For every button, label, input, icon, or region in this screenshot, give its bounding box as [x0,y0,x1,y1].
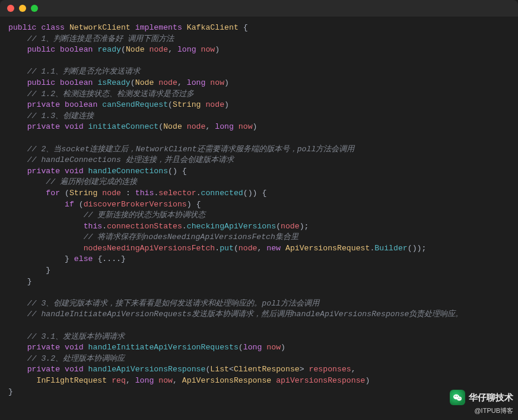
wechat-icon [450,390,465,405]
param-type: Node [135,78,154,87]
comment: // 遍历刚创建完成的连接 [46,177,137,186]
param-type: Node [163,122,182,131]
comment: // 3.1、发送版本协调请求 [27,332,125,341]
param-type: InFlightRequest [36,376,107,385]
kw-modifier: public [27,45,55,54]
kw-else: else [74,254,93,263]
kw-class: class [41,23,65,32]
method-name: handleConnections [88,167,169,176]
param-name: node [187,122,206,131]
kw-modifier: private [27,167,60,176]
comment: // 1.2、检测连接状态、检测发送请求是否过多 [27,90,194,98]
comment: // 3.2、处理版本协调响应 [27,354,125,363]
class-ref: ApiVersionsRequest [285,244,370,253]
method-call: connected [201,189,243,198]
param-name: responses [309,365,351,374]
comment: // 3、创建完版本请求，接下来看看是如何发送请求和处理响应的。poll方法会调… [27,299,319,308]
prop: selector [158,189,196,198]
svg-point-1 [457,397,462,401]
kw-this: this [84,222,103,231]
kw-ret: void [65,122,84,131]
method-call: put [220,244,234,253]
comment: // 更新连接的状态为版本协调状态 [84,211,206,219]
arg: node [239,244,258,253]
kw-ret: void [65,167,84,176]
kw-modifier: private [27,343,60,352]
comment: // 1.1、判断是否允许发送请求 [27,67,140,76]
kw-for: for [46,189,60,198]
param-name: now [210,78,224,87]
close-icon[interactable] [7,5,14,12]
kw-ret: void [65,365,84,374]
svg-point-5 [460,398,460,399]
param-name: now [201,45,215,54]
brace: { [243,23,248,32]
var-type: String [69,189,97,198]
kw-modifier: private [27,365,60,374]
kw-modifier: private [27,122,60,131]
code-block: public class NetworkClient implements Ka… [0,17,518,403]
param-name: node [158,78,177,87]
method-name: handleInitiateApiVersionRequests [88,343,239,352]
kw-modifier: public [27,78,55,87]
comment: // 将请求保存到nodesNeedingApiVersionsFetch集合里 [84,233,298,241]
minimize-icon[interactable] [19,5,26,12]
comment: // 1、判断连接是否准备好 调用下面方法 [27,34,174,43]
param-name: now [239,122,253,131]
watermark: 华仔聊技术 @ITPUB博客 [450,390,513,416]
prop: connectionStates [107,222,182,231]
comment: // handleConnections 处理连接，并且会创建版本请求 [27,155,234,164]
window-title-bar [0,0,518,17]
method-name: canSendRequest [102,100,168,109]
comment: // 1.3、创建连接 [27,112,94,120]
comment: // 2、当socket连接建立后，NetworkClient还需要请求服务端的… [27,145,355,154]
param-name: req [112,376,126,385]
kw-if: if [65,200,74,209]
param-name: node [149,45,168,54]
kw-ret: void [65,343,84,352]
kw-this: this [135,189,154,198]
method-name: isReady [97,78,130,87]
param-name: now [266,343,281,352]
watermark-text: 华仔聊技术 [469,392,513,403]
param-type: String [173,100,201,109]
var-name: node [102,189,121,198]
class-name: NetworkClient [69,23,131,32]
kw-ret: boolean [60,78,93,87]
param-name: node [205,100,224,109]
obj: nodesNeedingApiVersionsFetch [84,244,215,253]
param-type: long [215,122,234,131]
var: discoverBrokerVersions [84,200,187,209]
method-name: ready [97,45,121,54]
method-name: handleApiVersionsResponse [88,365,206,374]
comment: // handleInitiateApiVersionRequests发送版本协… [27,310,463,319]
kw-public: public [8,23,36,32]
svg-point-2 [455,396,456,397]
zoom-icon[interactable] [31,5,38,12]
param-type: long [187,78,206,87]
kw-ret: boolean [60,45,93,54]
param-name: apiVersionsResponse [276,376,365,385]
builder: Builder [374,244,407,253]
kw-new: new [266,244,281,253]
method-name: initiateConnect [88,122,159,131]
param-type: long [135,376,154,385]
param-type: ApiVersionsResponse [182,376,271,385]
param-type: long [177,45,196,54]
kw-modifier: private [27,100,60,109]
param-type: long [243,343,262,352]
kw-ret: boolean [65,100,97,109]
param-name: now [158,376,173,385]
watermark-subtext: @ITPUB博客 [450,405,513,416]
svg-point-3 [457,396,458,397]
kw-implements: implements [135,23,182,32]
interface-name: KafkaClient [187,23,239,32]
svg-point-4 [458,398,459,399]
arg: node [281,222,300,231]
generic-type: ClientResponse [234,365,300,374]
param-type: List [210,365,229,374]
param-type: Node [126,45,145,54]
method-call: checkingApiVersions [187,222,276,231]
